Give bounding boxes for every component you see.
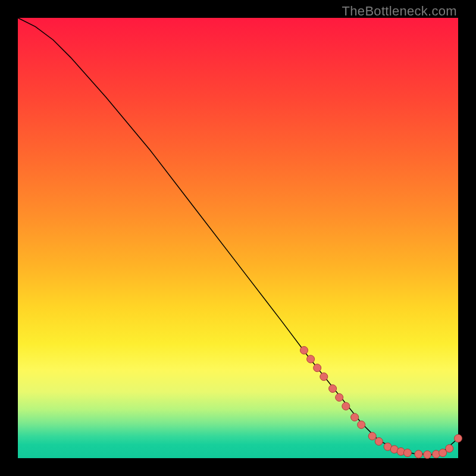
chart-frame: TheBottleneck.com [0, 0, 476, 476]
highlight-dot [439, 449, 447, 457]
highlight-dot [300, 346, 308, 354]
highlight-dot [320, 373, 328, 381]
highlight-dot [342, 402, 350, 410]
highlight-dot [336, 393, 343, 401]
highlight-dot [424, 451, 431, 459]
highlight-dot [307, 355, 315, 363]
highlight-dot [314, 364, 321, 372]
bottleneck-curve [18, 18, 458, 455]
highlight-dot [368, 433, 376, 440]
highlight-dot [351, 414, 359, 421]
highlight-dot [403, 449, 411, 457]
plot-area [18, 18, 458, 458]
watermark-text: TheBottleneck.com [342, 4, 457, 19]
highlight-dot [455, 434, 462, 442]
highlight-dot [446, 444, 453, 452]
highlight-dot [329, 385, 337, 393]
highlight-dot [375, 437, 383, 445]
chart-svg [18, 18, 458, 458]
highlight-dots [300, 346, 462, 458]
highlight-dot [415, 450, 422, 458]
highlight-dot [358, 421, 365, 428]
